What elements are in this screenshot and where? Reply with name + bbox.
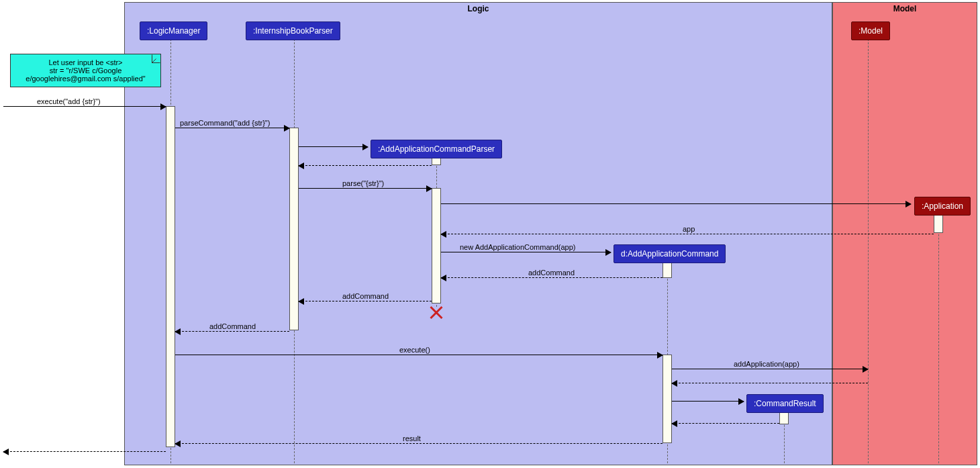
internship-parser-box: :InternshipBookParser xyxy=(246,21,340,40)
arrow-create-parser xyxy=(299,146,368,147)
internship-parser-activation xyxy=(289,128,299,330)
msg-execute1: execute("add {str}") xyxy=(37,97,101,105)
arrow-add-cmd-3 xyxy=(175,331,289,332)
arrow-add-application xyxy=(672,369,868,369)
destroy-parser-icon xyxy=(428,305,444,321)
arrow-create-parser-return xyxy=(299,165,432,166)
msg-app: app xyxy=(683,225,695,233)
arrow-execute2 xyxy=(175,355,663,355)
note-line2: str = "r/SWE c/Google xyxy=(16,66,155,75)
add-app-cmd-parser-activation-2 xyxy=(432,188,441,303)
arrow-add-cmd-1 xyxy=(441,277,663,278)
arrow-new-add-cmd xyxy=(441,252,611,252)
msg-execute2: execute() xyxy=(399,346,430,354)
arrow-execute1 xyxy=(3,106,166,107)
msg-add-cmd-1: addCommand xyxy=(528,269,575,277)
arrow-add-cmd-2 xyxy=(299,301,432,301)
logic-manager-activation xyxy=(166,106,175,447)
logic-region-title: Logic xyxy=(125,3,832,15)
arrow-app-return xyxy=(441,234,934,234)
model-region-title: Model xyxy=(833,3,977,15)
application-lifeline xyxy=(938,214,939,463)
note-line1: Let user input be <str> xyxy=(16,58,155,66)
input-note: Let user input be <str> str = "r/SWE c/G… xyxy=(10,54,161,87)
logic-manager-box: :LogicManager xyxy=(140,21,207,40)
msg-new-add-cmd: new AddApplicationCommand(app) xyxy=(460,243,575,251)
add-app-cmd-parser-box: :AddApplicationCommandParser xyxy=(371,140,502,158)
msg-add-application: addApplication(app) xyxy=(734,360,799,368)
msg-result: result xyxy=(403,434,421,442)
command-result-box: :CommandResult xyxy=(746,394,824,413)
msg-add-cmd-2: addCommand xyxy=(342,292,389,300)
arrow-result xyxy=(175,443,663,444)
add-app-cmd-box: d:AddApplicationCommand xyxy=(614,244,726,263)
arrow-create-result xyxy=(672,401,744,402)
msg-parse: parse("{str}") xyxy=(342,179,384,187)
msg-add-cmd-3: addCommand xyxy=(209,322,256,330)
arrow-create-app xyxy=(441,203,911,204)
arrow-result-return xyxy=(672,423,779,424)
arrow-final-return xyxy=(3,451,166,452)
add-app-cmd-activation-2 xyxy=(663,355,672,443)
msg-parse-command: parseCommand("add {str}") xyxy=(180,119,270,127)
note-line3: e/googlehires@gmail.com s/applied" xyxy=(16,75,155,83)
application-box: :Application xyxy=(914,197,971,216)
model-box: :Model xyxy=(851,21,890,40)
arrow-parse-command xyxy=(175,128,289,128)
arrow-parse xyxy=(299,188,432,189)
model-lifeline xyxy=(868,39,869,463)
arrow-add-app-return xyxy=(672,383,868,383)
